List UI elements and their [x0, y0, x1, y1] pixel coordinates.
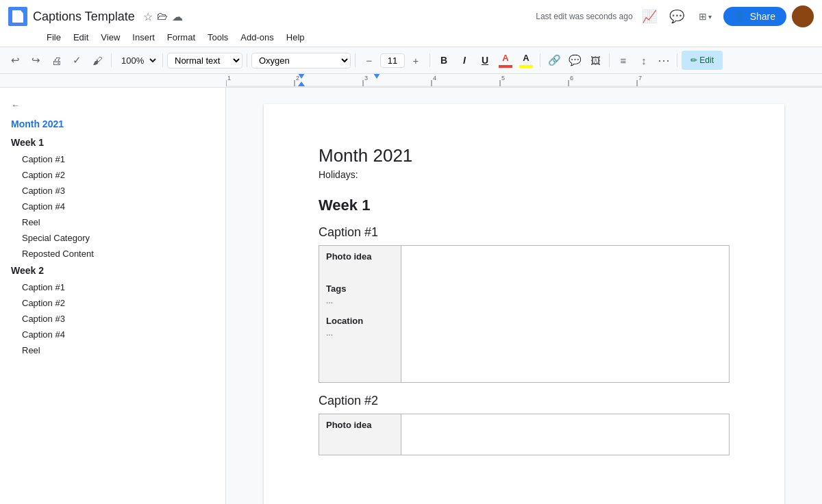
sidebar-item-week2-caption4[interactable]: Caption #4: [0, 327, 225, 342]
font-size-decrease-button[interactable]: −: [360, 51, 379, 70]
main-layout: ← Month 2021 Week 1 Caption #1 Caption #…: [0, 88, 822, 504]
style-select[interactable]: Normal text Heading 1 Heading 2 Heading …: [167, 53, 242, 68]
spellcheck-button[interactable]: ✓: [67, 51, 86, 70]
sidebar-item-week1-reel[interactable]: Reel: [0, 214, 225, 230]
sidebar-back-button[interactable]: ←: [0, 96, 225, 114]
tags-label: Tags: [326, 284, 394, 294]
svg-text:2: 2: [296, 75, 299, 81]
location-value[interactable]: ...: [326, 328, 333, 338]
separator-4: [355, 53, 356, 67]
document-area[interactable]: Month 2021 Holidays: Week 1 Caption #1 P…: [226, 88, 822, 504]
sidebar-item-week1-caption3[interactable]: Caption #3: [0, 183, 225, 199]
bold-button[interactable]: B: [434, 51, 453, 70]
present-icon: ⊞: [699, 11, 707, 22]
caption-1-right-col[interactable]: [401, 246, 730, 383]
caption-1-left-col[interactable]: Photo idea Tags ... Location ...: [319, 246, 401, 383]
font-size-input[interactable]: [380, 53, 405, 68]
share-button[interactable]: 👤 Share: [723, 7, 786, 26]
title-bar: Captions Template ☆ 🗁 ☁ Last edit was se…: [0, 0, 822, 27]
week-1-heading: Week 1: [319, 197, 730, 214]
separator-7: [609, 53, 610, 67]
ruler-content: 1 2 3 4 5 6 7: [226, 74, 822, 87]
comments-icon-btn[interactable]: 💬: [666, 5, 688, 27]
sidebar-item-week2-reel[interactable]: Reel: [0, 342, 225, 358]
table-row: Photo idea: [319, 414, 730, 455]
paint-format-button[interactable]: 🖌: [88, 51, 107, 70]
redo-button[interactable]: ↪: [26, 51, 45, 70]
zoom-select[interactable]: 100% 75% 50% 125% 150%: [116, 53, 158, 68]
comment-button[interactable]: 💬: [565, 51, 584, 70]
underline-button[interactable]: U: [475, 51, 495, 70]
doc-subtitle[interactable]: Holidays:: [319, 169, 730, 180]
menu-view[interactable]: View: [95, 29, 125, 45]
share-label: Share: [750, 11, 775, 22]
tags-value[interactable]: ...: [326, 296, 333, 305]
image-button[interactable]: 🖼: [586, 51, 605, 70]
present-icon-btn[interactable]: ⊞ ▾: [693, 5, 718, 27]
doc-title[interactable]: Captions Template: [33, 10, 135, 24]
link-button[interactable]: 🔗: [545, 51, 564, 70]
menu-edit[interactable]: Edit: [68, 29, 94, 45]
svg-text:6: 6: [570, 75, 573, 81]
menu-addons[interactable]: Add-ons: [235, 29, 279, 45]
text-color-button[interactable]: A: [496, 51, 515, 70]
undo-button[interactable]: ↩: [5, 51, 25, 70]
print-button[interactable]: 🖨: [47, 51, 66, 70]
menu-format[interactable]: Format: [162, 29, 201, 45]
svg-text:5: 5: [501, 75, 505, 81]
sidebar-item-week2-caption2[interactable]: Caption #2: [0, 295, 225, 311]
sidebar-week-1[interactable]: Week 1: [0, 134, 225, 151]
svg-text:1: 1: [227, 75, 231, 81]
italic-button[interactable]: I: [455, 51, 474, 70]
font-size-increase-button[interactable]: +: [406, 51, 425, 70]
caption-2-left-col[interactable]: Photo idea: [319, 414, 401, 455]
svg-marker-16: [298, 81, 305, 86]
toolbar: ↩ ↪ 🖨 ✓ 🖌 100% 75% 50% 125% 150% Normal …: [0, 47, 822, 74]
edit-mode-button[interactable]: ✏ Edit: [682, 51, 723, 70]
sidebar-section-month[interactable]: Month 2021: [0, 114, 225, 134]
font-select[interactable]: Oxygen Arial Times New Roman: [251, 53, 351, 68]
drive-icon[interactable]: 🗁: [157, 10, 168, 23]
sidebar-week-2[interactable]: Week 2: [0, 262, 225, 279]
caption-2-heading: Caption #2: [319, 394, 730, 408]
svg-marker-17: [373, 74, 380, 79]
sidebar: ← Month 2021 Week 1 Caption #1 Caption #…: [0, 88, 226, 504]
sidebar-item-week2-caption3[interactable]: Caption #3: [0, 311, 225, 327]
align-button[interactable]: ≡: [614, 51, 633, 70]
sidebar-item-week1-reposted[interactable]: Reposted Content: [0, 246, 225, 262]
line-spacing-button[interactable]: ↕: [634, 51, 653, 70]
cloud-icon[interactable]: ☁: [172, 10, 183, 23]
more-options-button[interactable]: ⋯: [655, 53, 673, 68]
sidebar-item-week1-caption1[interactable]: Caption #1: [0, 151, 225, 167]
caption-2-right-col[interactable]: [401, 414, 730, 455]
menu-insert[interactable]: Insert: [127, 29, 160, 45]
doc-title[interactable]: Month 2021: [319, 145, 730, 166]
svg-text:4: 4: [433, 75, 436, 81]
star-icon[interactable]: ☆: [143, 10, 153, 23]
font-size-control: − +: [360, 51, 425, 70]
table-row: Photo idea Tags ... Location ...: [319, 246, 730, 383]
sidebar-item-week2-caption1[interactable]: Caption #1: [0, 279, 225, 295]
location-label: Location: [326, 316, 394, 326]
menu-tools[interactable]: Tools: [202, 29, 234, 45]
sidebar-item-week1-special[interactable]: Special Category: [0, 230, 225, 246]
header-right: Last edit was seconds ago 📈 💬 ⊞ ▾ 👤 Shar…: [536, 5, 814, 27]
separator-1: [111, 53, 112, 67]
sidebar-item-week1-caption4[interactable]: Caption #4: [0, 199, 225, 214]
separator-2: [162, 53, 163, 67]
sidebar-item-week1-caption2[interactable]: Caption #2: [0, 167, 225, 183]
highlight-button[interactable]: A: [516, 51, 536, 70]
caption-1-table: Photo idea Tags ... Location ...: [319, 245, 730, 383]
chevron-down-icon: ▾: [708, 13, 712, 21]
title-icons: ☆ 🗁 ☁: [143, 10, 183, 23]
share-icon: 👤: [734, 11, 746, 22]
svg-text:3: 3: [364, 75, 368, 81]
separator-8: [677, 53, 677, 67]
last-edit-text: Last edit was seconds ago: [536, 12, 632, 21]
menu-file[interactable]: File: [41, 29, 66, 45]
separator-6: [540, 53, 540, 67]
avatar[interactable]: [792, 5, 814, 27]
menu-help[interactable]: Help: [281, 29, 310, 45]
ruler: 1 2 3 4 5 6 7: [0, 74, 822, 88]
analytics-icon-btn[interactable]: 📈: [638, 5, 660, 27]
